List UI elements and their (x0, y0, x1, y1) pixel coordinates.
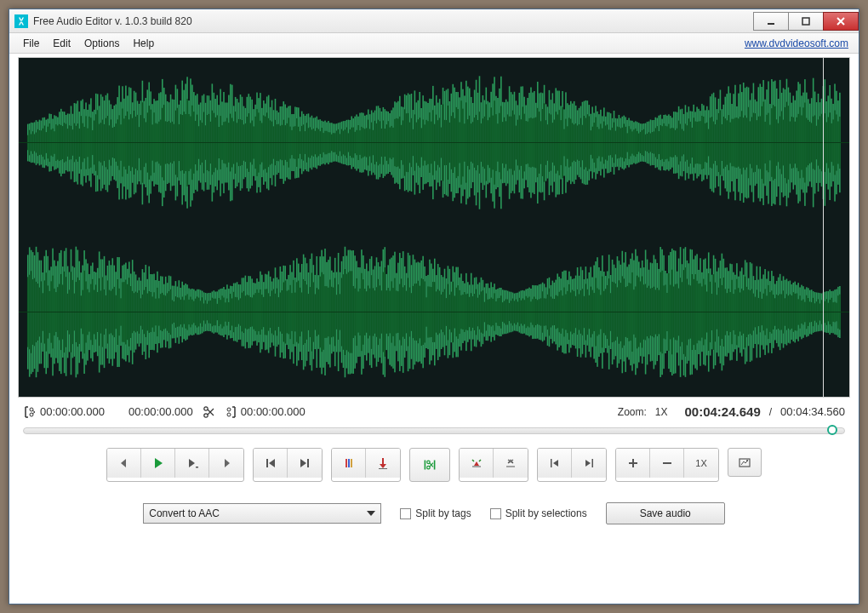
zoom-label: Zoom: (618, 406, 647, 418)
minimize-button[interactable] (753, 12, 789, 31)
zoom-reset-button[interactable]: 1X (684, 449, 718, 478)
close-button[interactable] (823, 12, 859, 31)
menu-edit[interactable]: Edit (46, 34, 77, 53)
next-region-button[interactable] (209, 449, 243, 478)
set-marker-button[interactable] (332, 449, 366, 478)
menu-options[interactable]: Options (77, 34, 126, 53)
bottom-row: Convert to AAC Split by tags Split by se… (9, 496, 859, 541)
website-link[interactable]: www.dvdvideosoft.com (745, 37, 852, 49)
app-icon (14, 14, 28, 28)
scissor-icon (202, 405, 215, 419)
bracket-scissor-left-icon (23, 405, 37, 419)
region-in-button[interactable] (460, 449, 494, 478)
svg-rect-1975 (351, 459, 352, 467)
sel-to-end-button[interactable] (572, 449, 606, 478)
svg-rect-1976 (382, 458, 384, 465)
checkbox-box (490, 508, 501, 519)
svg-point-1969 (227, 413, 231, 416)
info-row: 00:00:00.000 00:00:00.000 00:00:00.000 Z… (9, 401, 859, 422)
prev-region-button[interactable] (107, 449, 141, 478)
split-by-tags-label: Split by tags (415, 507, 471, 519)
screenshot-button[interactable] (728, 448, 762, 477)
save-audio-button[interactable]: Save audio (606, 502, 725, 524)
zoom-value: 1X (655, 406, 668, 418)
seek-slider[interactable] (23, 427, 845, 434)
skip-start-button[interactable] (254, 449, 288, 478)
svg-rect-1972 (307, 459, 309, 467)
play-button[interactable] (141, 449, 175, 478)
zoom-out-button[interactable] (650, 449, 684, 478)
svg-rect-0 (768, 23, 774, 25)
split-by-selections-label: Split by selections (505, 507, 587, 519)
svg-rect-1980 (551, 459, 552, 467)
svg-point-1967 (204, 413, 208, 416)
selection-duration-group: 00:00:00.000 (224, 405, 306, 419)
svg-point-1986 (746, 460, 748, 461)
time-separator: / (769, 406, 772, 418)
cut-button[interactable] (409, 448, 450, 482)
selection-duration: 00:00:00.000 (241, 405, 306, 418)
svg-rect-1 (802, 18, 809, 25)
total-duration: 00:04:34.560 (780, 405, 845, 418)
seek-thumb[interactable] (827, 425, 837, 435)
menu-file[interactable]: File (16, 34, 46, 53)
svg-rect-1974 (348, 459, 350, 467)
skip-end-button[interactable] (288, 449, 322, 478)
selection-end: 00:00:00.000 (128, 405, 193, 418)
svg-rect-1983 (629, 462, 637, 464)
current-position: 00:04:24.649 (685, 404, 761, 419)
transport-controls: 1X (9, 444, 859, 496)
selection-start-group: 00:00:00.000 (23, 405, 105, 419)
menu-help[interactable]: Help (126, 34, 161, 53)
bracket-scissor-right-icon (224, 405, 237, 419)
app-window: Free Audio Editor v. 1.0.3 build 820 Fil… (9, 9, 859, 604)
window-buttons (754, 12, 859, 31)
waveform-display[interactable] (18, 57, 850, 398)
marker-down-button[interactable] (366, 449, 400, 478)
svg-point-1966 (204, 406, 208, 410)
playhead-cursor (823, 58, 824, 397)
svg-rect-1981 (592, 459, 594, 467)
maximize-button[interactable] (788, 12, 824, 31)
svg-rect-1970 (196, 467, 198, 468)
svg-rect-1984 (663, 462, 671, 464)
svg-rect-1971 (266, 459, 268, 467)
selection-start: 00:00:00.000 (40, 405, 105, 418)
checkbox-box (400, 508, 411, 519)
svg-rect-1973 (345, 459, 347, 467)
convert-format-selected: Convert to AAC (149, 507, 367, 519)
window-title: Free Audio Editor v. 1.0.3 build 820 (33, 15, 754, 27)
titlebar: Free Audio Editor v. 1.0.3 build 820 (9, 9, 859, 33)
svg-point-1968 (227, 408, 231, 411)
chevron-down-icon (367, 511, 375, 516)
region-delete-button[interactable] (494, 449, 528, 478)
menubar: File Edit Options Help www.dvdvideosoft.… (9, 33, 859, 54)
split-by-selections-checkbox[interactable]: Split by selections (490, 507, 587, 519)
split-by-tags-checkbox[interactable]: Split by tags (400, 507, 471, 519)
zoom-in-button[interactable] (616, 449, 650, 478)
svg-rect-1977 (379, 468, 387, 469)
convert-format-dropdown[interactable]: Convert to AAC (143, 503, 381, 524)
play-selection-button[interactable] (175, 449, 209, 478)
sel-to-start-button[interactable] (538, 449, 572, 478)
